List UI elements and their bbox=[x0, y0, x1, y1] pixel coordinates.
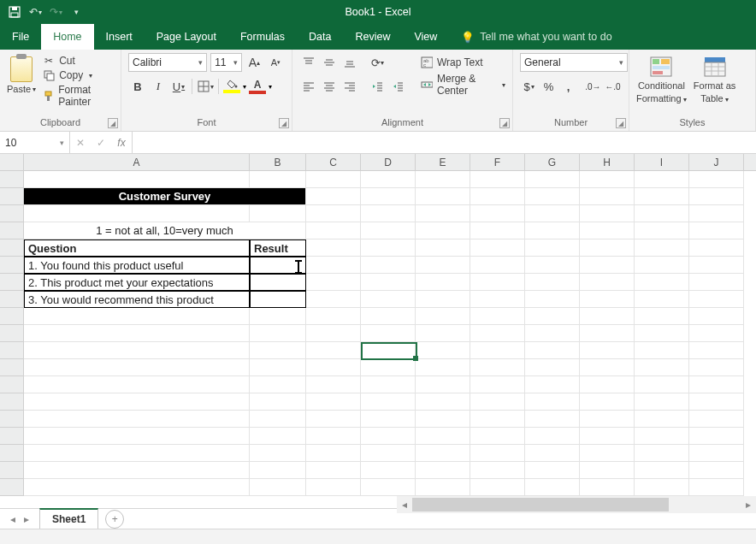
redo-icon[interactable]: ↷▾ bbox=[46, 3, 65, 21]
col-header-E[interactable]: E bbox=[416, 154, 470, 170]
cell[interactable] bbox=[525, 274, 580, 291]
cell[interactable] bbox=[470, 171, 525, 188]
font-launcher[interactable]: ◢ bbox=[279, 118, 289, 128]
tab-page-layout[interactable]: Page Layout bbox=[145, 24, 228, 50]
row-header[interactable] bbox=[0, 462, 24, 479]
align-left-icon[interactable] bbox=[299, 77, 318, 96]
cell[interactable] bbox=[635, 274, 689, 291]
cell[interactable] bbox=[306, 291, 361, 308]
cell[interactable] bbox=[470, 393, 525, 411]
cell[interactable] bbox=[470, 359, 525, 376]
alignment-launcher[interactable]: ◢ bbox=[499, 118, 510, 128]
cell[interactable] bbox=[24, 479, 250, 496]
cell[interactable] bbox=[361, 274, 416, 291]
cell[interactable] bbox=[24, 205, 250, 222]
cell[interactable] bbox=[250, 274, 306, 291]
cell[interactable] bbox=[689, 205, 744, 222]
cell[interactable] bbox=[580, 479, 635, 496]
underline-button[interactable]: U▾ bbox=[169, 77, 188, 96]
cell[interactable] bbox=[361, 462, 416, 479]
cell[interactable] bbox=[470, 342, 525, 359]
merge-center-button[interactable]: Merge & Center▾ bbox=[421, 75, 505, 94]
cell[interactable] bbox=[250, 393, 306, 411]
cell[interactable] bbox=[416, 445, 470, 462]
cell[interactable] bbox=[525, 171, 580, 188]
cell[interactable] bbox=[416, 239, 470, 257]
cell[interactable] bbox=[580, 342, 635, 359]
paste-button[interactable]: Paste▾ bbox=[7, 53, 36, 94]
cell[interactable] bbox=[416, 308, 470, 325]
cell[interactable] bbox=[635, 411, 689, 428]
cell[interactable] bbox=[250, 462, 306, 479]
cell[interactable] bbox=[689, 342, 744, 359]
cell[interactable]: 3. You would recommend this product bbox=[24, 291, 250, 308]
row-header[interactable] bbox=[0, 222, 24, 239]
sheet-nav-next-icon[interactable]: ▸ bbox=[24, 513, 29, 525]
row-header[interactable] bbox=[0, 205, 24, 222]
cell[interactable] bbox=[580, 462, 635, 479]
enter-formula-icon[interactable]: ✓ bbox=[91, 137, 111, 149]
cell[interactable] bbox=[416, 222, 470, 239]
col-header-F[interactable]: F bbox=[470, 154, 525, 170]
row-header[interactable] bbox=[0, 257, 24, 274]
cell[interactable] bbox=[525, 308, 580, 325]
cell[interactable] bbox=[306, 445, 361, 462]
cell[interactable] bbox=[525, 445, 580, 462]
cell[interactable] bbox=[635, 342, 689, 359]
cell[interactable] bbox=[306, 188, 361, 205]
cell[interactable] bbox=[580, 393, 635, 411]
tab-formulas[interactable]: Formulas bbox=[228, 24, 297, 50]
cell[interactable] bbox=[416, 291, 470, 308]
cell[interactable] bbox=[306, 239, 361, 257]
cell[interactable] bbox=[24, 411, 250, 428]
row-header[interactable] bbox=[0, 359, 24, 376]
align-top-icon[interactable] bbox=[299, 53, 318, 72]
cell[interactable] bbox=[689, 445, 744, 462]
cell[interactable] bbox=[580, 274, 635, 291]
cancel-formula-icon[interactable]: ✕ bbox=[70, 137, 91, 149]
cell[interactable] bbox=[416, 411, 470, 428]
row-header[interactable] bbox=[0, 445, 24, 462]
cell[interactable] bbox=[470, 428, 525, 445]
col-header-H[interactable]: H bbox=[580, 154, 635, 170]
cell[interactable] bbox=[470, 205, 525, 222]
cell[interactable] bbox=[689, 274, 744, 291]
cell[interactable] bbox=[689, 308, 744, 325]
undo-icon[interactable]: ↶▾ bbox=[26, 3, 44, 21]
cell[interactable] bbox=[24, 325, 250, 342]
cell[interactable] bbox=[24, 308, 250, 325]
cell[interactable] bbox=[689, 479, 744, 496]
cell[interactable] bbox=[416, 188, 470, 205]
cell[interactable] bbox=[306, 205, 361, 222]
cell[interactable] bbox=[361, 393, 416, 411]
cell[interactable] bbox=[635, 291, 689, 308]
cell[interactable] bbox=[250, 205, 306, 222]
cell[interactable] bbox=[580, 257, 635, 274]
hscroll-thumb[interactable] bbox=[412, 498, 669, 511]
col-header-J[interactable]: J bbox=[689, 154, 744, 170]
cell[interactable] bbox=[635, 325, 689, 342]
cell[interactable] bbox=[689, 376, 744, 393]
cell[interactable] bbox=[689, 325, 744, 342]
cell[interactable] bbox=[689, 222, 744, 239]
cell[interactable] bbox=[250, 359, 306, 376]
format-as-table-button[interactable]: Format as Table ▾ bbox=[694, 55, 736, 104]
cell[interactable] bbox=[416, 462, 470, 479]
tab-insert[interactable]: Insert bbox=[94, 24, 145, 50]
cell[interactable] bbox=[416, 205, 470, 222]
cell[interactable] bbox=[470, 274, 525, 291]
cell[interactable] bbox=[306, 274, 361, 291]
cell[interactable] bbox=[250, 291, 306, 308]
tab-data[interactable]: Data bbox=[297, 24, 343, 50]
cell[interactable] bbox=[24, 359, 250, 376]
cut-button[interactable]: ✂Cut bbox=[43, 55, 114, 67]
cell[interactable] bbox=[525, 291, 580, 308]
percent-format-icon[interactable]: % bbox=[540, 77, 558, 96]
cell[interactable] bbox=[635, 239, 689, 257]
row-header[interactable] bbox=[0, 376, 24, 393]
cell[interactable] bbox=[635, 445, 689, 462]
cell[interactable] bbox=[24, 342, 250, 359]
cell[interactable]: Question bbox=[24, 239, 250, 257]
cell[interactable] bbox=[470, 462, 525, 479]
cell[interactable] bbox=[24, 462, 250, 479]
